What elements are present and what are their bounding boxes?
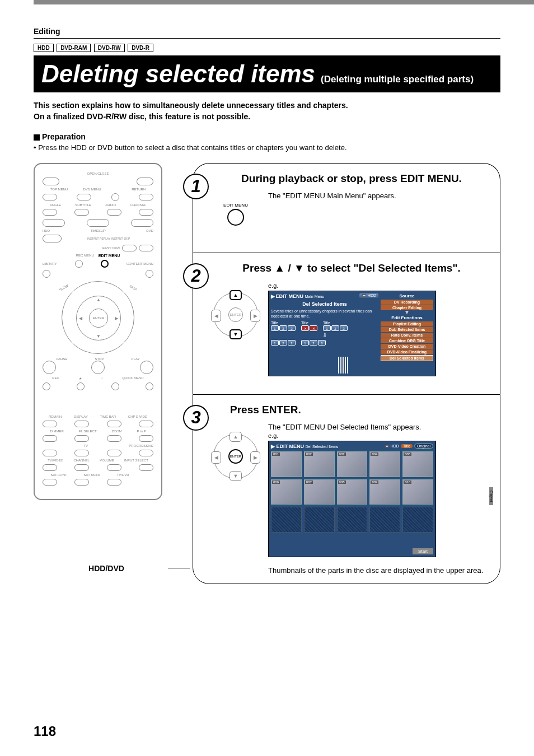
osd1-arrow-icon: ▼ (381, 311, 433, 314)
top-menu-label: TOP MENU (50, 188, 68, 191)
tvvideo-label: TV/VIDEO (48, 459, 63, 462)
dpad-enter-icon: ENTER (228, 307, 243, 322)
osd1-title-label-2: Title (301, 321, 317, 325)
down-arrow-icon: ▼ (96, 334, 101, 339)
remote-control-illustration: OPEN/CLOSE TOP MENU DVD MENU RETURN (34, 163, 162, 500)
dpad-illustration: ▲ ▼ ◀ ▶ ENTER (213, 292, 258, 337)
stop-button (91, 361, 105, 374)
osd-chip: 1 (301, 340, 309, 346)
subtitle-label: SUBTITLE (75, 203, 91, 207)
dpad-enter-icon-active: ENTER (228, 449, 243, 464)
osd1-item: Playlist Editing (381, 321, 433, 326)
osd1-source-label: Source (381, 293, 433, 298)
timebar-button (107, 421, 121, 427)
osd1-edit-functions-label: Edit Functions (381, 315, 433, 320)
osd-chip: 1 (323, 325, 331, 331)
dvd-menu-button (77, 194, 91, 200)
osd1-trash-icon (338, 357, 378, 374)
page-title: Deleting selected items (41, 60, 315, 88)
remote-panel: OPEN/CLOSE TOP MENU DVD MENU RETURN (34, 163, 179, 584)
preparation-heading: Preparation (34, 132, 500, 141)
thumbnail-empty (304, 507, 335, 533)
skip-label: SKIP (129, 284, 138, 291)
input-select-label: INPUT SELECT (124, 459, 148, 462)
step-2-title: Press ▲ / ▼ to select "Del Selected Item… (218, 262, 485, 274)
edit-menu-label: EDIT MENU (99, 254, 120, 258)
instant-skip-button (139, 245, 153, 251)
dpad-up-icon: ▲ (229, 432, 242, 442)
steps-column: 1 During playback or stop, press EDIT ME… (193, 163, 500, 584)
pinp-label: P in P (137, 430, 146, 433)
tv-ch-up-button (74, 450, 89, 456)
osd-chip: 2 (310, 340, 317, 346)
thumbnail: 001 (271, 451, 302, 477)
osd1-item-selected: Del Selected Items (381, 355, 433, 361)
tv-channel-label: CHANNEL (73, 459, 90, 462)
progressive-button (139, 450, 153, 456)
dpad-right-icon: ▶ (250, 451, 260, 464)
easy-navi-label: EASY NAVI (102, 246, 120, 250)
star-button (77, 382, 85, 390)
section-label: Editing (34, 27, 500, 36)
osd1-item: Rate Conv. Items (381, 333, 433, 338)
pinp-button (139, 435, 153, 442)
osd2-title-pill: Title (401, 444, 413, 448)
rec-label: REC (52, 376, 59, 380)
angle-button (43, 209, 57, 216)
thumbnail: 006 (271, 479, 302, 505)
step-3-number: 3 (183, 405, 209, 431)
eg-label-2: e.g. (268, 432, 278, 439)
zoom-label: ZOOM (112, 430, 122, 433)
pause-label: PAUSE (56, 357, 67, 361)
satmoni-button (74, 479, 89, 486)
step-3-footer: Thumbnails of the parts in the disc are … (268, 566, 485, 575)
osd1-item: Combine ORG Title (381, 338, 433, 343)
content-menu-button (146, 270, 153, 278)
step-1-title: During playback or stop, press EDIT MENU… (218, 172, 485, 185)
osd2-object-tab: Object (489, 487, 493, 505)
dimmer-label: DIMMER (50, 430, 63, 433)
osd-main-menu: ▶ EDIT MENU Main Menu 📼 HDD Del Selected… (268, 291, 436, 376)
badge-dvd-r: DVD-R (128, 44, 153, 52)
osd1-title-label-1: Title (271, 321, 296, 325)
osd-chip: 2 (331, 325, 339, 331)
osd1-item: DVD-Video Finalizing (381, 349, 433, 354)
dpad-left-icon: ◀ (211, 451, 221, 464)
osd1-desc: Several titles or unnecessary chapters i… (271, 309, 378, 319)
step-3-desc: The "EDIT MENU Del Selected Items" appea… (268, 423, 485, 431)
edit-menu-circle-icon (227, 209, 244, 226)
dvd-button (131, 219, 153, 227)
return-label: RETURN (132, 188, 146, 191)
step-3: 3 Press ENTER. ▲ ▼ ◀ ▶ ENTER (193, 394, 500, 584)
thumbnail: 010 (402, 479, 433, 505)
slow-label: SLOW (59, 284, 69, 292)
right-arrow-icon: ▶ (115, 316, 118, 321)
title-banner: Deleting selected items (Deleting multip… (34, 55, 500, 92)
flselect-button (74, 435, 89, 442)
page-subtitle: (Deleting multiple specified parts) (321, 74, 474, 85)
remain-label: REMAIN (49, 415, 62, 418)
tvdvr-label: TV/DVR (117, 473, 129, 477)
badge-dvd-ram: DVD-RAM (57, 44, 91, 52)
dpad-illustration-2: ▲ ▼ ◀ ▶ ENTER (213, 434, 258, 479)
rec-menu-label: REC MENU (76, 254, 94, 258)
timebar-label: TIME BAR (100, 415, 116, 418)
edit-menu-button (101, 260, 109, 268)
osd-chip: 3 (340, 325, 348, 331)
thumbnail: 009 (369, 479, 400, 505)
osd1-main-title: Del Selected Items (271, 301, 378, 307)
rec-menu-button (75, 260, 83, 268)
dpad-down-icon: ▼ (229, 329, 242, 339)
satcont-label: SAT.CONT. (50, 473, 67, 477)
page-number: 118 (34, 724, 56, 739)
osd1-item: Dub Selected Items (381, 327, 433, 332)
satcont-button (43, 479, 57, 486)
flselect-label: FL SELECT (79, 430, 97, 433)
osd1-title-label-3: Title (323, 321, 348, 325)
thumbnail: 003 (337, 451, 368, 477)
eg-label-1: e.g. (268, 282, 278, 289)
instant-labels: INSTANT REPLAY INSTANT SKIP (64, 237, 153, 240)
satmoni-label: SAT MONI. (84, 473, 101, 477)
mark-button (111, 382, 119, 390)
hdd-button (43, 219, 65, 227)
